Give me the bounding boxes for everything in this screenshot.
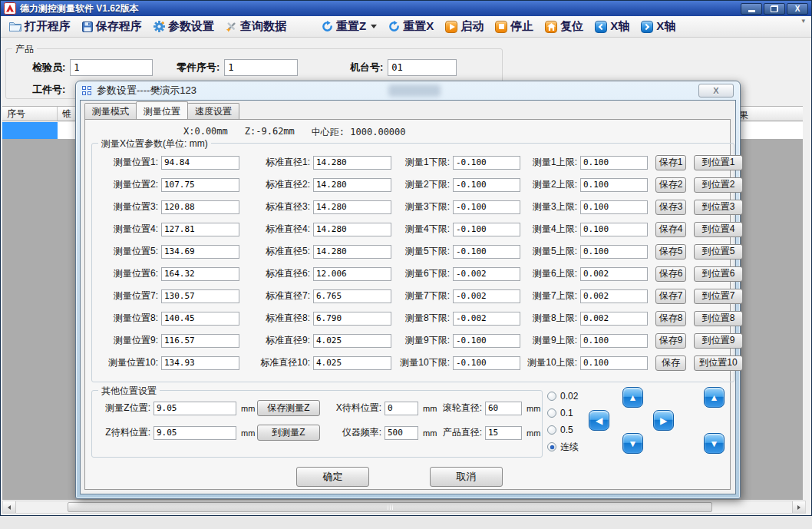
inspector-input[interactable]: [70, 59, 153, 76]
radio-button-icon[interactable]: [547, 442, 556, 451]
standard-diameter-input[interactable]: [313, 289, 391, 303]
wait-z-input[interactable]: [153, 426, 236, 440]
radio-button-icon[interactable]: [547, 425, 556, 435]
standard-diameter-input[interactable]: [313, 200, 391, 214]
standard-diameter-input[interactable]: [313, 267, 391, 281]
selected-cell[interactable]: [2, 122, 58, 139]
stop-button[interactable]: 停止: [493, 18, 536, 35]
goto-position-button[interactable]: 到位置6: [694, 266, 743, 282]
lower-limit-input[interactable]: [453, 178, 520, 192]
lower-limit-input[interactable]: [453, 245, 520, 259]
standard-diameter-input[interactable]: [313, 245, 391, 259]
goto-position-button[interactable]: 到位置8: [694, 311, 743, 326]
radio-option[interactable]: 0.02: [547, 390, 579, 402]
standard-diameter-input[interactable]: [313, 356, 391, 370]
jog-down-button[interactable]: ▼: [622, 433, 643, 454]
upper-limit-input[interactable]: [580, 223, 648, 236]
jog-up-button[interactable]: ▲: [622, 387, 643, 408]
measure-position-input[interactable]: [161, 312, 239, 326]
x-axis-left-button[interactable]: X轴: [592, 18, 632, 35]
upper-limit-input[interactable]: [580, 334, 648, 348]
upper-limit-input[interactable]: [580, 156, 648, 170]
cancel-button[interactable]: 取消: [430, 467, 503, 487]
save-button[interactable]: 保存3: [655, 200, 686, 215]
open-program-button[interactable]: 打开程序: [7, 18, 73, 35]
start-button[interactable]: 启动: [443, 18, 486, 35]
reset-x-button[interactable]: 重置X: [386, 18, 436, 35]
measure-position-input[interactable]: [161, 178, 239, 192]
save-button[interactable]: 保存6: [655, 266, 686, 282]
upper-limit-input[interactable]: [580, 356, 648, 370]
jog-right-button[interactable]: ▶: [653, 410, 674, 431]
standard-diameter-input[interactable]: [313, 156, 391, 170]
radio-option[interactable]: 0.1: [547, 407, 579, 419]
home-reset-button[interactable]: 复位: [543, 18, 586, 35]
product-dia-input[interactable]: [485, 426, 522, 440]
toolbar-overflow-icon[interactable]: ▾: [801, 16, 805, 25]
scroll-right-arrow[interactable]: [792, 501, 805, 513]
restore-button[interactable]: [764, 3, 785, 15]
jog-z-down-button[interactable]: ▼: [704, 433, 725, 454]
upper-limit-input[interactable]: [580, 312, 648, 326]
tab-measure-mode[interactable]: 测量模式: [84, 103, 137, 119]
radio-button-icon[interactable]: [547, 392, 556, 401]
goto-position-button[interactable]: 到位置7: [694, 289, 743, 304]
dialog-close-button[interactable]: X: [698, 84, 734, 98]
wait-x-input[interactable]: [385, 402, 418, 415]
upper-limit-input[interactable]: [580, 178, 648, 192]
horizontal-scrollbar[interactable]: [2, 501, 806, 514]
goto-position-button[interactable]: 到位置2: [694, 177, 743, 193]
goto-position-button[interactable]: 到位置10: [694, 355, 743, 371]
standard-diameter-input[interactable]: [313, 312, 391, 326]
save-measure-z-button[interactable]: 保存测量Z: [257, 400, 320, 416]
machine-no-input[interactable]: [388, 59, 457, 76]
dialog-titlebar[interactable]: 参数设置----樊演示123 X: [76, 81, 740, 100]
upper-limit-input[interactable]: [580, 200, 648, 214]
save-button[interactable]: 保存4: [655, 222, 686, 237]
goto-position-button[interactable]: 到位置9: [694, 333, 743, 349]
ok-button[interactable]: 确定: [296, 467, 369, 487]
scrollbar-thumb[interactable]: [68, 502, 712, 512]
lower-limit-input[interactable]: [453, 223, 520, 236]
tab-speed-settings[interactable]: 速度设置: [187, 103, 239, 119]
measure-position-input[interactable]: [161, 223, 239, 236]
jog-z-up-button[interactable]: ▲: [704, 387, 725, 408]
jog-left-button[interactable]: ◀: [589, 410, 609, 431]
lower-limit-input[interactable]: [453, 267, 520, 281]
param-settings-button[interactable]: 参数设置: [151, 18, 216, 35]
close-button[interactable]: X: [787, 3, 808, 15]
save-button[interactable]: 保存5: [655, 244, 686, 260]
instrument-freq-input[interactable]: [385, 426, 418, 440]
goto-position-button[interactable]: 到位置5: [694, 244, 743, 260]
lower-limit-input[interactable]: [453, 156, 520, 170]
radio-option[interactable]: 连续: [547, 441, 579, 453]
goto-measure-z-button[interactable]: 到测量Z: [257, 425, 320, 441]
measure-position-input[interactable]: [161, 289, 239, 303]
goto-position-button[interactable]: 到位置1: [694, 155, 743, 170]
lower-limit-input[interactable]: [453, 356, 520, 370]
save-button[interactable]: 保存1: [655, 155, 686, 170]
standard-diameter-input[interactable]: [313, 178, 391, 192]
upper-limit-input[interactable]: [580, 289, 648, 303]
roller-dia-input[interactable]: [485, 402, 522, 415]
goto-position-button[interactable]: 到位置3: [694, 200, 743, 215]
save-button[interactable]: 保存2: [655, 177, 686, 193]
upper-limit-input[interactable]: [580, 267, 648, 281]
lower-limit-input[interactable]: [453, 312, 520, 326]
radio-button-icon[interactable]: [547, 408, 556, 418]
chevron-down-icon[interactable]: [371, 25, 377, 28]
minimize-button[interactable]: [741, 3, 762, 15]
measure-position-input[interactable]: [161, 245, 239, 259]
save-button[interactable]: 保存7: [655, 289, 686, 304]
standard-diameter-input[interactable]: [313, 223, 391, 236]
measure-position-input[interactable]: [161, 156, 239, 170]
measure-position-input[interactable]: [161, 267, 239, 281]
standard-diameter-input[interactable]: [313, 334, 391, 348]
measure-position-input[interactable]: [161, 334, 239, 348]
save-button[interactable]: 保存: [655, 355, 686, 371]
lower-limit-input[interactable]: [453, 289, 520, 303]
x-axis-right-button[interactable]: X轴: [639, 18, 678, 35]
measure-position-input[interactable]: [161, 200, 239, 214]
tab-measure-position[interactable]: 测量位置: [136, 101, 188, 119]
reset-z-button[interactable]: 重置Z: [319, 18, 379, 35]
